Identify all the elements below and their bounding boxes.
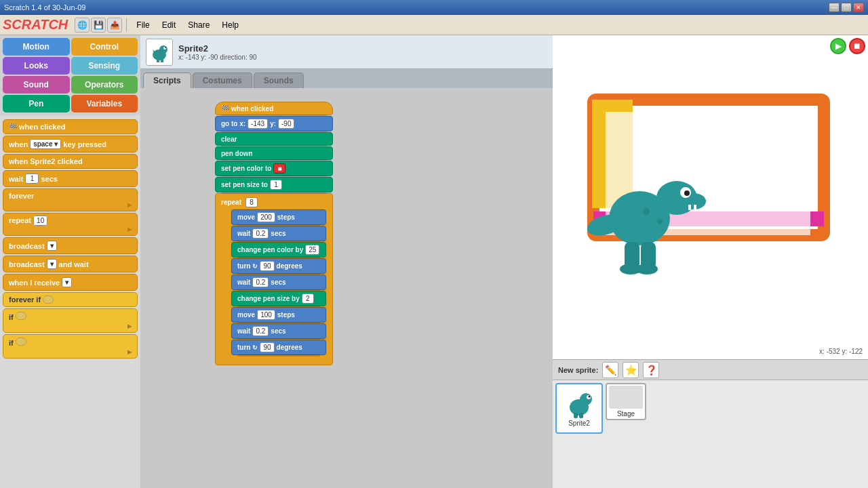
stage-label: Stage xyxy=(617,410,635,418)
scripts-panel: Sprite2 x: -143 y: -90 direction: 90 Scr… xyxy=(140,35,553,488)
block-repeat[interactable]: repeat 8 move 200 steps wait 0.2 secs ch… xyxy=(215,193,333,365)
block-when-clicked[interactable]: 🏁 when clicked xyxy=(215,102,333,115)
paint-new-sprite-button[interactable]: ✏️ xyxy=(602,362,618,378)
blocks-palette-panel: Motion Control Looks Sensing Sound Opera… xyxy=(0,35,140,488)
palette-broadcast[interactable]: broadcast ▾ xyxy=(3,237,138,254)
close-button[interactable]: ✕ xyxy=(853,3,864,12)
block-turn-90-1[interactable]: turn ↻ 90 degrees xyxy=(231,258,326,274)
tab-sounds[interactable]: Sounds xyxy=(254,73,304,88)
svg-point-28 xyxy=(580,393,592,405)
svg-point-3 xyxy=(165,47,166,48)
share-icon[interactable]: 📤 xyxy=(107,18,122,33)
svg-rect-18 xyxy=(694,205,696,210)
maximize-button[interactable]: □ xyxy=(841,3,852,12)
svg-rect-5 xyxy=(157,59,159,62)
menu-file[interactable]: File xyxy=(131,18,155,32)
script-stack-1: 🏁 when clicked go to x: -143 y: -90 clea… xyxy=(215,102,333,365)
menu-share[interactable]: Share xyxy=(182,18,215,32)
stage-thumbnail-item[interactable]: Stage xyxy=(606,383,646,420)
category-buttons: Motion Control Looks Sensing Sound Opera… xyxy=(0,35,140,115)
sprite-thumbnail xyxy=(146,39,173,66)
tabs-bar: Scripts Costumes Sounds xyxy=(140,69,553,88)
titlebar: Scratch 1.4 of 30-Jun-09 — □ ✕ xyxy=(0,0,868,15)
sprite-header: Sprite2 x: -143 y: -90 direction: 90 xyxy=(140,35,553,69)
block-goto[interactable]: go to x: -143 y: -90 xyxy=(215,116,333,131)
stage-thumb-image xyxy=(609,386,643,409)
minimize-button[interactable]: — xyxy=(829,3,840,12)
block-set-pen-size[interactable]: set pen size to 1 xyxy=(215,177,333,192)
stage-area: ▶ ⏹ x: -532 y: -122 xyxy=(553,35,868,359)
sprite-coords: x: -143 y: -90 direction: 90 xyxy=(178,54,257,61)
star-sprite-button[interactable]: ⭐ xyxy=(623,362,639,378)
cat-motion-button[interactable]: Motion xyxy=(3,38,70,56)
green-flag-button[interactable]: ▶ xyxy=(830,38,846,54)
svg-point-23 xyxy=(636,264,658,274)
stage-controls: ▶ ⏹ xyxy=(830,38,865,54)
palette-wait[interactable]: wait 1 secs xyxy=(3,170,138,187)
cat-variables-button[interactable]: Variables xyxy=(71,95,138,113)
svg-point-1 xyxy=(159,45,167,54)
block-set-pen-color[interactable]: set pen color to ■ xyxy=(215,161,333,176)
svg-point-25 xyxy=(643,208,650,215)
main-area: Motion Control Looks Sensing Sound Opera… xyxy=(0,35,868,488)
svg-rect-6 xyxy=(161,59,163,62)
sprites-panel: New sprite: ✏️ ⭐ ❓ xyxy=(553,359,868,488)
right-panel: ▶ ⏹ x: -532 y: -122 New sprite: ✏️ ⭐ ❓ xyxy=(553,35,868,488)
scripts-canvas[interactable]: 🏁 when clicked go to x: -143 y: -90 clea… xyxy=(140,88,553,488)
palette-blocks: 🏁 when clicked when space ▾ key pressed … xyxy=(0,115,140,488)
svg-rect-17 xyxy=(688,205,691,210)
block-turn-90-2[interactable]: turn ↻ 90 degrees xyxy=(231,340,326,355)
palette-forever[interactable]: forever ▶ xyxy=(3,188,138,211)
svg-point-30 xyxy=(589,396,591,398)
sprite2-name-label: Sprite2 xyxy=(568,420,590,427)
repeat-inner: move 200 steps wait 0.2 secs change pen … xyxy=(231,209,327,356)
svg-point-26 xyxy=(657,219,663,224)
titlebar-controls: — □ ✕ xyxy=(829,3,864,12)
palette-when-key[interactable]: when space ▾ key pressed xyxy=(3,136,138,152)
titlebar-title: Scratch 1.4 of 30-Jun-09 xyxy=(4,3,85,12)
tab-scripts[interactable]: Scripts xyxy=(143,73,191,88)
palette-when-receive[interactable]: when I receive ▾ xyxy=(3,274,138,291)
save-icon[interactable]: 💾 xyxy=(91,18,106,33)
menubar: SCRATCH 🌐 💾 📤 File Edit Share Help xyxy=(0,15,868,35)
palette-if[interactable]: if ▶ xyxy=(3,308,138,333)
sprite-item-sprite2[interactable]: Sprite2 xyxy=(555,383,603,434)
palette-when-sprite-clicked[interactable]: when Sprite2 clicked xyxy=(3,154,138,169)
cat-operators-button[interactable]: Operators xyxy=(71,76,138,94)
cat-sensing-button[interactable]: Sensing xyxy=(71,57,138,75)
scratch-logo: SCRATCH xyxy=(3,17,68,33)
block-change-pen-size[interactable]: change pen size by 2 xyxy=(231,291,326,306)
menu-edit[interactable]: Edit xyxy=(157,18,182,32)
palette-broadcast-wait[interactable]: broadcast ▾ and wait xyxy=(3,256,138,272)
block-move-100[interactable]: move 100 steps xyxy=(231,307,326,323)
block-clear[interactable]: clear xyxy=(215,132,333,146)
new-sprite-label: New sprite: xyxy=(558,366,598,374)
tab-costumes[interactable]: Costumes xyxy=(193,73,252,88)
svg-rect-31 xyxy=(574,413,578,418)
palette-when-clicked[interactable]: 🏁 when clicked xyxy=(3,119,138,134)
sprite2-thumbnail-image xyxy=(563,387,595,420)
sprite-info: Sprite2 x: -143 y: -90 direction: 90 xyxy=(178,43,257,61)
stop-button[interactable]: ⏹ xyxy=(849,38,865,54)
help-sprite-button[interactable]: ❓ xyxy=(643,362,659,378)
stage-canvas xyxy=(553,35,868,359)
menu-help[interactable]: Help xyxy=(216,18,244,32)
palette-if-else[interactable]: if ▶ xyxy=(3,334,138,359)
block-wait-0.2-2[interactable]: wait 0.2 secs xyxy=(231,274,326,290)
svg-point-16 xyxy=(684,190,690,196)
sprites-list: Sprite2 Stage xyxy=(553,380,868,488)
block-wait-0.2-1[interactable]: wait 0.2 secs xyxy=(231,226,326,241)
palette-forever-if[interactable]: forever if xyxy=(3,292,138,307)
cat-pen-button[interactable]: Pen xyxy=(3,95,70,113)
block-change-pen-color[interactable]: change pen color by 25 xyxy=(231,242,326,258)
globe-icon[interactable]: 🌐 xyxy=(75,18,90,33)
palette-repeat[interactable]: repeat 10 ▶ xyxy=(3,213,138,236)
cat-control-button[interactable]: Control xyxy=(71,38,138,56)
cat-looks-button[interactable]: Looks xyxy=(3,57,70,75)
cat-sound-button[interactable]: Sound xyxy=(3,76,70,94)
block-pen-down[interactable]: pen down xyxy=(215,146,333,160)
sprites-toolbar: New sprite: ✏️ ⭐ ❓ xyxy=(553,360,868,380)
coordinates-display: x: -532 y: -122 xyxy=(816,346,865,357)
block-wait-0.2-3[interactable]: wait 0.2 secs xyxy=(231,323,326,339)
block-move-200[interactable]: move 200 steps xyxy=(231,209,326,225)
